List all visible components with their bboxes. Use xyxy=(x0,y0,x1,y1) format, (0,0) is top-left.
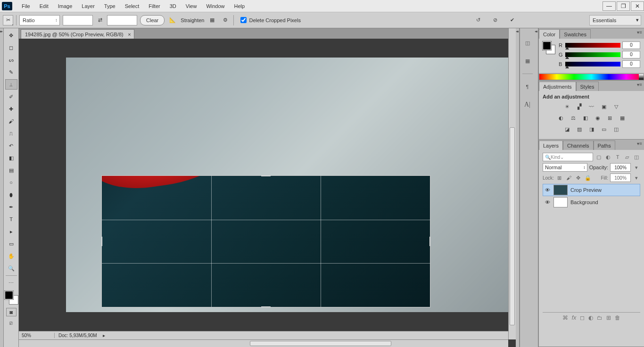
delete-cropped-input[interactable] xyxy=(240,17,247,23)
layers-panel-menu-icon[interactable]: ▾≡ xyxy=(637,141,642,146)
menu-filter[interactable]: Filter xyxy=(144,1,165,11)
close-button[interactable]: ✕ xyxy=(631,1,644,11)
layer-thumbnail[interactable] xyxy=(553,197,568,207)
hue-adj-icon[interactable]: ◐ xyxy=(557,114,565,122)
reset-crop-icon[interactable]: ↺ xyxy=(473,15,484,25)
lock-transparent-icon[interactable]: ⊞ xyxy=(556,174,563,182)
curves-adj-icon[interactable]: 〰 xyxy=(587,102,596,111)
channel-mixer-adj-icon[interactable]: ⊞ xyxy=(606,114,614,122)
maximize-button[interactable]: ❐ xyxy=(617,1,630,11)
quick-select-tool[interactable]: ✎ xyxy=(5,67,17,77)
crop-height-input[interactable] xyxy=(107,15,137,25)
healing-tool[interactable]: ✚ xyxy=(5,104,17,114)
paragraph-panel-icon[interactable]: ¶ xyxy=(522,82,533,92)
color-balance-adj-icon[interactable]: ⚖ xyxy=(569,114,578,122)
g-value-input[interactable]: 0 xyxy=(622,51,640,58)
zoom-tool[interactable]: 🔍 xyxy=(5,263,17,273)
clone-tool[interactable]: ⎍ xyxy=(5,128,17,139)
visibility-eye-icon[interactable]: 👁 xyxy=(544,187,551,193)
brush-tool[interactable]: 🖌 xyxy=(5,116,17,126)
blend-mode-select[interactable]: Normal xyxy=(543,163,587,172)
spectrum-bar[interactable] xyxy=(539,74,644,80)
gradient-tool[interactable]: ▤ xyxy=(5,165,17,175)
blur-tool[interactable]: ○ xyxy=(5,177,17,188)
vertical-scrollbar[interactable] xyxy=(508,28,516,339)
quick-mask-toggle[interactable]: ◙ xyxy=(6,308,17,316)
straighten-icon[interactable]: 📐 xyxy=(167,15,178,25)
history-panel-icon[interactable]: ◫ xyxy=(522,38,533,48)
tab-paths[interactable]: Paths xyxy=(594,140,615,150)
fill-dropdown-icon[interactable]: ▾ xyxy=(633,174,640,182)
layer-fx-icon[interactable]: fx xyxy=(572,314,576,321)
crop-tool-icon[interactable]: ✂ xyxy=(3,15,13,25)
path-select-tool[interactable]: ▸ xyxy=(5,226,17,237)
horizontal-scroll-thumb[interactable] xyxy=(250,341,391,346)
crop-handle-tr[interactable] xyxy=(425,175,430,181)
link-layers-icon[interactable]: ⌘ xyxy=(562,314,568,321)
exposure-adj-icon[interactable]: ▣ xyxy=(600,102,608,111)
new-layer-icon[interactable]: ⊞ xyxy=(606,314,611,321)
color-panel-menu-icon[interactable]: ▾≡ xyxy=(637,30,642,35)
eyedropper-tool[interactable]: ✐ xyxy=(5,91,17,102)
crop-handle-br[interactable] xyxy=(425,302,430,307)
menu-image[interactable]: Image xyxy=(53,1,77,11)
b-slider[interactable] xyxy=(565,62,620,66)
eraser-tool[interactable]: ◧ xyxy=(5,153,17,163)
tab-layers[interactable]: Layers xyxy=(539,140,563,150)
crop-handle-bottom[interactable] xyxy=(261,306,271,307)
move-tool[interactable]: ✥ xyxy=(5,30,17,41)
delete-cropped-checkbox[interactable]: Delete Cropped Pixels xyxy=(240,17,300,23)
minimize-button[interactable]: — xyxy=(603,1,616,11)
clear-button[interactable]: Clear xyxy=(140,15,165,25)
fg-bg-swatch[interactable] xyxy=(5,291,18,304)
opacity-dropdown-icon[interactable]: ▾ xyxy=(633,164,640,171)
right-collapse-strip[interactable]: ◂◂ xyxy=(535,28,538,347)
edit-toolbar-icon[interactable]: ⋯ xyxy=(5,278,17,288)
bw-adj-icon[interactable]: ◧ xyxy=(581,114,590,122)
vibrance-adj-icon[interactable]: ▽ xyxy=(612,102,620,111)
dock-collapse-strip[interactable]: ◂◂ xyxy=(516,28,520,347)
menu-file[interactable]: File xyxy=(17,1,35,11)
properties-panel-icon[interactable]: ▦ xyxy=(522,56,533,66)
foreground-color-swatch[interactable] xyxy=(5,291,13,299)
brightness-adj-icon[interactable]: ☀ xyxy=(563,102,571,111)
crop-handle-top[interactable] xyxy=(261,175,271,176)
crop-width-input[interactable] xyxy=(63,15,93,25)
visibility-eye-icon[interactable]: 👁 xyxy=(544,199,551,205)
panel-fg-swatch[interactable] xyxy=(543,41,551,50)
canvas[interactable] xyxy=(19,39,516,347)
b-value-input[interactable]: 0 xyxy=(622,60,640,68)
filter-adj-icon[interactable]: ◐ xyxy=(604,153,612,161)
menu-edit[interactable]: Edit xyxy=(35,1,53,11)
lookup-adj-icon[interactable]: ▦ xyxy=(618,114,627,122)
document-tab[interactable]: 194285.jpg @ 50% (Crop Preview, RGB/8) × xyxy=(21,29,134,39)
r-slider[interactable] xyxy=(565,43,620,48)
workspace-select[interactable]: Essentials xyxy=(589,15,641,25)
photo-filter-adj-icon[interactable]: ◉ xyxy=(594,114,602,122)
tab-adjustments[interactable]: Adjustments xyxy=(539,82,576,91)
invert-adj-icon[interactable]: ◪ xyxy=(563,125,571,133)
cancel-crop-icon[interactable]: ⊘ xyxy=(490,15,501,25)
character-panel-icon[interactable]: A| xyxy=(522,99,533,110)
layer-thumbnail[interactable] xyxy=(553,185,568,195)
dodge-tool[interactable]: ⬮ xyxy=(5,190,17,200)
lasso-tool[interactable]: ᔕ xyxy=(5,55,17,65)
left-collapse-strip[interactable]: ▸▸ xyxy=(0,28,4,347)
lock-all-icon[interactable]: 🔒 xyxy=(584,174,592,182)
menu-type[interactable]: Type xyxy=(99,1,120,11)
menu-3d[interactable]: 3D xyxy=(165,1,181,11)
r-value-input[interactable]: 0 xyxy=(622,41,640,49)
tab-swatches[interactable]: Swatches xyxy=(560,29,591,39)
crop-tool[interactable]: ⟂ xyxy=(5,79,17,90)
menu-window[interactable]: Window xyxy=(201,1,229,11)
tab-channels[interactable]: Channels xyxy=(563,140,593,150)
marquee-tool[interactable]: ◻ xyxy=(5,42,17,53)
crop-handle-right[interactable] xyxy=(429,237,430,246)
history-brush-tool[interactable]: ↶ xyxy=(5,140,17,151)
status-menu-icon[interactable]: ▸ xyxy=(103,333,105,338)
delete-layer-icon[interactable]: 🗑 xyxy=(615,314,620,321)
hand-tool[interactable]: ✋ xyxy=(5,251,17,261)
selective-color-adj-icon[interactable]: ◫ xyxy=(612,125,620,133)
menu-view[interactable]: View xyxy=(181,1,202,11)
layer-item-background[interactable]: 👁 Background xyxy=(543,196,640,208)
